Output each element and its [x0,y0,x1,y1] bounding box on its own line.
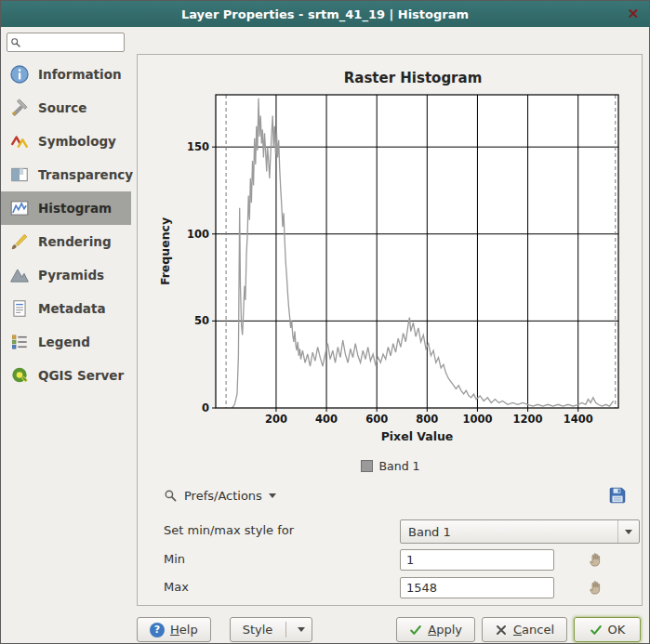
ok-label: OK [608,623,626,637]
svg-text:800: 800 [416,413,438,426]
help-icon: ? [150,623,165,637]
svg-text:50: 50 [194,314,209,327]
svg-text:1200: 1200 [513,413,543,426]
sidebar-item-rendering[interactable]: Rendering [1,225,131,258]
server-icon [9,365,30,386]
legend-swatch [361,460,373,472]
magnifier-icon [164,489,178,503]
panel-title: Raster Histogram [184,70,642,86]
sidebar-item-transparency[interactable]: Transparency [1,158,131,191]
help-label: Help [170,623,198,637]
svg-text:1000: 1000 [462,413,492,426]
min-label: Min [164,552,185,566]
hand-pointer-icon [588,579,604,596]
chevron-down-icon [269,493,276,498]
prefs-actions-label: Prefs/Actions [184,489,262,503]
window-title: Layer Properties - srtm_41_19 | Histogra… [181,7,469,21]
histogram-panel: Raster Histogram 20040060080010001200140… [137,54,643,606]
band-select-value: Band 1 [401,525,617,539]
sidebar-item-label: Rendering [38,234,112,249]
chevron-down-icon [298,627,305,632]
sidebar-item-label: Metadata [38,301,106,316]
check-icon [409,624,422,637]
cancel-button[interactable]: Cancel [482,617,567,642]
max-label: Max [164,580,189,594]
svg-text:1400: 1400 [564,413,593,426]
ok-button[interactable]: OK [574,617,641,642]
prefs-actions-button[interactable]: Prefs/Actions [158,485,282,506]
sidebar-item-histogram[interactable]: Histogram [1,191,131,225]
metadata-icon [9,298,30,319]
close-icon [495,624,508,637]
sidebar-nav: InformationSourceSymbologyTransparencyHi… [1,58,131,392]
search-icon [10,37,21,48]
sidebar-item-legend[interactable]: Legend [1,325,131,359]
close-button[interactable]: ✕ [623,4,643,24]
dialog-button-box: ? Help Style Apply Cancel OK [137,617,641,642]
histogram-icon [9,198,30,218]
sidebar-item-metadata[interactable]: Metadata [1,292,131,325]
sidebar: InformationSourceSymbologyTransparencyHi… [1,27,131,643]
svg-text:0: 0 [202,401,209,414]
help-button[interactable]: ? Help [137,617,211,642]
sidebar-search-input[interactable] [21,35,124,50]
separator [285,622,286,637]
symbology-icon [9,131,30,151]
svg-text:600: 600 [365,413,388,426]
save-icon [608,486,627,505]
sidebar-item-label: Information [38,67,122,82]
cancel-label: Cancel [513,623,554,637]
apply-label: Apply [428,623,462,637]
set-minmax-label: Set min/max style for [164,523,294,537]
histogram-chart[interactable]: 200400600800100012001400050100150Pixel V… [151,86,630,453]
sidebar-item-label: Legend [38,335,90,349]
sidebar-searchbox[interactable] [7,33,125,52]
sidebar-item-source[interactable]: Source [1,91,131,125]
svg-text:Frequency: Frequency [158,217,172,285]
sidebar-item-information[interactable]: Information [1,58,131,91]
svg-text:200: 200 [265,413,287,426]
sidebar-item-label: Source [38,100,86,115]
combo-arrow-icon [625,530,632,534]
hand-pointer-icon [588,551,604,568]
sidebar-item-label: Histogram [38,201,112,216]
svg-text:100: 100 [187,228,209,241]
layer-properties-dialog: Layer Properties - srtm_41_19 | Histogra… [0,0,650,644]
save-histogram-button[interactable] [604,482,630,508]
legend-icon [9,332,30,352]
rendering-icon [9,231,30,252]
check-icon [590,624,603,637]
style-label: Style [243,623,273,637]
sidebar-item-symbology[interactable]: Symbology [1,125,131,158]
sidebar-item-label: Transparency [38,167,133,182]
max-input[interactable] [400,577,554,598]
info-icon [9,64,30,85]
legend-label: Band 1 [378,459,419,473]
style-button[interactable]: Style [230,617,313,642]
sidebar-item-label: QGIS Server [38,368,124,383]
band-select[interactable]: Band 1 [400,519,640,544]
pyramids-icon [9,265,30,285]
source-icon [9,98,30,118]
chart-legend: Band 1 [151,456,630,475]
sidebar-item-qgis-server[interactable]: QGIS Server [1,359,131,392]
sidebar-item-label: Pyramids [38,268,104,283]
transparency-icon [9,164,30,185]
sidebar-item-label: Symbology [38,134,116,149]
sidebar-item-pyramids[interactable]: Pyramids [1,258,131,292]
max-pick-button[interactable] [586,578,606,598]
svg-text:400: 400 [315,413,338,426]
min-input[interactable] [400,549,554,571]
svg-text:Pixel Value: Pixel Value [381,429,454,443]
apply-button[interactable]: Apply [396,617,475,642]
titlebar[interactable]: Layer Properties - srtm_41_19 | Histogra… [1,1,649,27]
svg-text:150: 150 [187,140,209,153]
min-pick-button[interactable] [586,550,606,571]
